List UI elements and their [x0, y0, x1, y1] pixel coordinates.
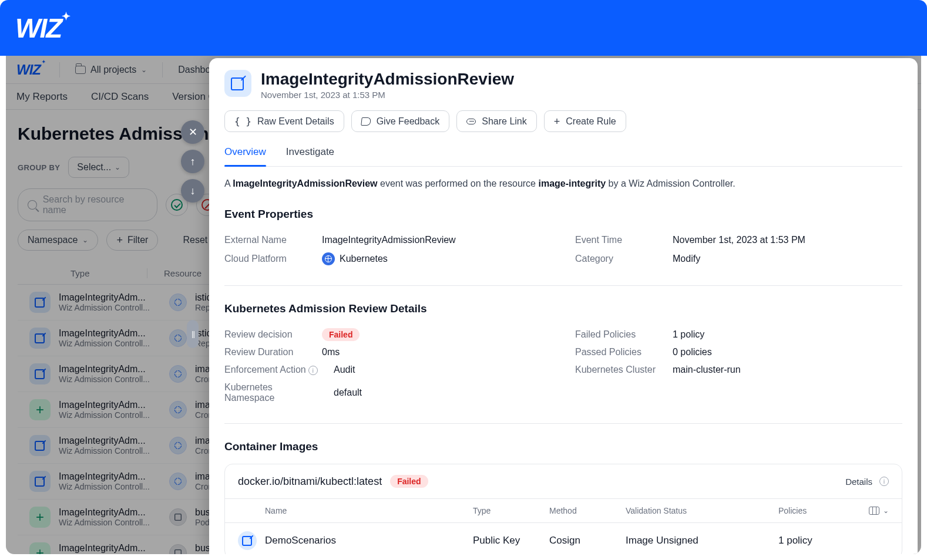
section-container-images: Container Images — [224, 440, 902, 453]
link-icon — [466, 119, 476, 124]
prop-key: Event Time — [575, 235, 663, 245]
prop-value: 0 policies — [673, 347, 712, 357]
tab-overview[interactable]: Overview — [224, 143, 266, 166]
plus-icon: + — [554, 116, 560, 127]
raw-event-button[interactable]: { }Raw Event Details — [224, 110, 344, 132]
prop-key: Enforcement Actioni — [224, 365, 324, 375]
tab-investigate[interactable]: Investigate — [286, 143, 334, 166]
next-event-button[interactable]: ↓ — [181, 179, 204, 203]
section-event-properties: Event Properties — [224, 208, 902, 221]
arrow-up-icon: ↑ — [190, 156, 196, 168]
braces-icon: { } — [234, 116, 251, 127]
image-name: docker.io/bitnami/kubectl:latest — [238, 475, 382, 488]
container-image-card: docker.io/bitnami/kubectl:latest Failed … — [224, 464, 902, 554]
prop-key: Review Duration — [224, 347, 313, 357]
panel-resize-handle[interactable]: | | — [187, 320, 199, 348]
policy-icon — [238, 531, 257, 550]
prop-key: Failed Policies — [575, 329, 663, 340]
prop-value: Kubernetes — [322, 252, 388, 265]
prop-value: Failed — [322, 329, 360, 340]
policies-table-header: Name Type Method Validation Status Polic… — [225, 498, 902, 523]
panel-date: November 1st, 2023 at 1:53 PM — [261, 90, 514, 100]
prop-value: 1 policy — [673, 329, 704, 340]
prop-value: Modify — [673, 254, 700, 264]
prop-key: Category — [575, 254, 663, 264]
prop-value: default — [334, 387, 362, 398]
panel-title: ImageIntegrityAdmissionReview — [261, 70, 514, 89]
kubernetes-icon — [322, 252, 335, 265]
chevron-down-icon[interactable]: ⌄ — [883, 507, 889, 515]
close-panel-button[interactable]: ✕ — [181, 120, 204, 144]
prop-key: External Name — [224, 235, 313, 245]
prop-key: Cloud Platform — [224, 254, 313, 264]
prop-value: November 1st, 2023 at 1:53 PM — [673, 235, 805, 245]
event-detail-panel: ImageIntegrityAdmissionReview November 1… — [209, 58, 918, 554]
wiz-logo: WIZ✦ — [15, 12, 61, 44]
prop-value: 0ms — [322, 347, 340, 357]
event-type-icon — [224, 70, 251, 97]
prev-event-button[interactable]: ↑ — [181, 150, 204, 173]
prop-key: Passed Policies — [575, 347, 663, 357]
info-icon: i — [879, 477, 889, 486]
megaphone-icon — [361, 117, 371, 126]
create-rule-button[interactable]: +Create Rule — [544, 110, 626, 132]
status-badge: Failed — [390, 475, 428, 488]
close-icon: ✕ — [189, 126, 197, 139]
image-details-link[interactable]: Details i — [845, 477, 889, 487]
info-icon[interactable]: i — [308, 366, 318, 375]
prop-value: main-cluster-run — [673, 365, 741, 375]
section-review-details: Kubernetes Admission Review Details — [224, 302, 902, 315]
policy-row[interactable]: DemoScenarios Public Key Cosign Image Un… — [225, 523, 902, 554]
status-badge: Failed — [322, 328, 360, 341]
give-feedback-button[interactable]: Give Feedback — [351, 110, 450, 132]
share-link-button[interactable]: Share Link — [456, 110, 537, 132]
event-summary: A ImageIntegrityAdmissionReview event wa… — [224, 178, 902, 189]
prop-value: Audit — [334, 365, 355, 375]
prop-key: Review decision — [224, 329, 313, 340]
brand-header: WIZ✦ — [0, 0, 927, 56]
prop-value: ImageIntegrityAdmissionReview — [322, 235, 456, 245]
columns-icon[interactable] — [869, 507, 879, 515]
arrow-down-icon: ↓ — [190, 185, 196, 197]
prop-key: Kubernetes Namespace — [224, 382, 324, 403]
prop-key: Kubernetes Cluster — [575, 365, 663, 375]
